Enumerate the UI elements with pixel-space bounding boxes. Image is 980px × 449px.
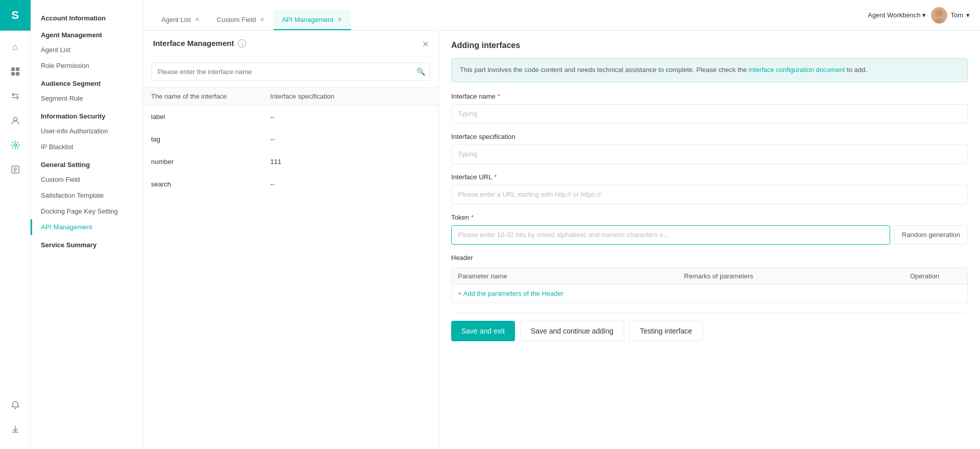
svg-rect-0 (11, 67, 15, 71)
user-info[interactable]: Tom ▾ (931, 7, 970, 23)
tab-custom-field-label: Custom Field (217, 16, 256, 23)
sidebar-item-ip-blacklist[interactable]: IP Blacklist (31, 139, 142, 155)
header-col-remarks: Remarks of parameters (684, 272, 910, 280)
header-table-header: Parameter name Remarks of parameters Ope… (451, 268, 968, 284)
svg-point-7 (934, 18, 944, 23)
tab-agent-list-close[interactable]: ✕ (194, 15, 201, 24)
table-row[interactable]: search -- (143, 173, 438, 196)
table-header: The name of the interface Interface spec… (143, 87, 438, 106)
user-chevron: ▾ (966, 11, 970, 19)
table-row[interactable]: number 111 (143, 151, 438, 173)
content-area: Interface Management i ✕ 🔍 The name of t… (143, 31, 980, 449)
tab-api-management[interactable]: API Management ✕ (274, 10, 351, 30)
book-icon[interactable] (4, 158, 27, 181)
tab-custom-field-close[interactable]: ✕ (259, 15, 265, 24)
info-notice: This part involves the code content and … (451, 58, 968, 82)
app-logo[interactable]: S (0, 0, 31, 31)
tab-api-management-label: API Management (282, 16, 333, 23)
adding-interfaces-panel: Adding interfaces This part involves the… (439, 31, 980, 449)
row-name: search (151, 180, 271, 188)
col-header-name: The name of the interface (151, 92, 271, 100)
interface-spec-label-text: Interface specification (451, 133, 516, 140)
search-input-wrap: 🔍 (151, 62, 430, 81)
info-icon[interactable]: i (238, 39, 246, 48)
search-input[interactable] (151, 62, 430, 81)
interface-name-required: * (498, 92, 500, 100)
row-name: tag (151, 135, 271, 143)
user-icon[interactable] (4, 109, 27, 132)
sidebar-item-user-info-authorization[interactable]: User-info Authorization (31, 123, 142, 139)
sidebar-item-role-permission[interactable]: Role Permission (31, 58, 142, 74)
transfer-icon[interactable] (4, 85, 27, 107)
interface-name-label-text: Interface name (451, 92, 496, 100)
random-generation-button[interactable]: Random generation (894, 225, 968, 245)
panel-title: Interface Management (153, 39, 234, 48)
sidebar-item-docking-page-key-setting[interactable]: Docking Page Key Setting (31, 203, 142, 219)
form-group-interface-spec: Interface specification (451, 133, 968, 164)
interface-url-label-text: Interface URL (451, 173, 492, 181)
token-row: Random generation (451, 225, 968, 245)
svg-point-8 (936, 10, 943, 17)
sidebar-item-custom-field[interactable]: Custom Field (31, 172, 142, 187)
form-label-token: Token * (451, 214, 968, 221)
header-section: Header Parameter name Remarks of paramet… (451, 254, 968, 303)
sidebar-item-satisfaction-template[interactable]: Satisfaction Template (31, 187, 142, 203)
row-name: label (151, 113, 271, 121)
form-group-interface-url: Interface URL * (451, 173, 968, 204)
svg-point-4 (13, 117, 17, 121)
table-row[interactable]: label -- (143, 106, 438, 128)
interface-name-input[interactable] (451, 104, 968, 124)
token-required: * (471, 214, 474, 221)
interface-table: The name of the interface Interface spec… (143, 87, 438, 449)
notice-link[interactable]: interface configuration document (749, 66, 845, 74)
download-icon[interactable] (4, 418, 27, 441)
tab-custom-field[interactable]: Custom Field ✕ (209, 10, 274, 30)
svg-rect-1 (16, 67, 19, 71)
sidebar-section-information-security: Information Security (31, 106, 142, 123)
save-continue-button[interactable]: Save and continue adding (520, 321, 624, 341)
testing-interface-button[interactable]: Testing interface (629, 321, 703, 341)
tab-bar: Agent List ✕ Custom Field ✕ API Manageme… (153, 0, 351, 30)
form-group-interface-name: Interface name * (451, 92, 968, 124)
sidebar-section-service-summary: Service Summary (31, 235, 142, 252)
sidebar-item-agent-list[interactable]: Agent List (31, 42, 142, 58)
interface-panel: Interface Management i ✕ 🔍 The name of t… (143, 31, 439, 449)
svg-rect-2 (11, 72, 15, 76)
agent-workbench-selector[interactable]: Agent Workbench ▾ (868, 11, 926, 19)
add-header-param-button[interactable]: + Add the parameters of the Header (451, 284, 968, 303)
sidebar-section-agent-management: Agent Management (31, 25, 142, 42)
grid-icon[interactable] (4, 60, 27, 83)
table-row[interactable]: tag -- (143, 128, 438, 151)
bell-icon[interactable] (4, 394, 27, 416)
top-bar: Agent List ✕ Custom Field ✕ API Manageme… (143, 0, 980, 31)
sidebar-main-title: Account Information (31, 8, 142, 25)
save-exit-button[interactable]: Save and exit (451, 321, 515, 341)
sidebar-section-audience-segment: Audience Segment (31, 74, 142, 90)
form-label-interface-spec: Interface specification (451, 133, 968, 140)
sidebar-item-api-management[interactable]: API Management (31, 219, 142, 235)
row-spec: -- (271, 180, 390, 188)
interface-url-input[interactable] (451, 185, 968, 204)
search-bar: 🔍 (143, 56, 438, 87)
panel-header: Interface Management i (143, 31, 438, 56)
panel-close-button[interactable]: ✕ (419, 38, 431, 50)
sidebar-item-segment-rule[interactable]: Segment Rule (31, 90, 142, 106)
settings-icon[interactable] (4, 134, 27, 156)
sidebar: Account Information Agent Management Age… (31, 0, 143, 449)
form-label-interface-url: Interface URL * (451, 173, 968, 181)
col-header-spec: Interface specification (271, 92, 390, 100)
agent-workbench-chevron: ▾ (922, 11, 926, 19)
header-col-operation: Operation (910, 272, 961, 280)
notice-text: This part involves the code content and … (460, 66, 747, 74)
header-section-title: Header (451, 254, 968, 262)
token-input[interactable] (451, 225, 890, 245)
home-icon[interactable]: ⌂ (4, 36, 27, 58)
top-bar-right: Agent Workbench ▾ Tom ▾ (868, 7, 970, 23)
interface-spec-input[interactable] (451, 145, 968, 164)
tab-api-management-close[interactable]: ✕ (336, 15, 343, 24)
svg-point-5 (14, 144, 16, 147)
tab-agent-list[interactable]: Agent List ✕ (153, 10, 209, 30)
header-col-param-name: Parameter name (458, 272, 684, 280)
icon-bar-items: ⌂ (4, 31, 27, 394)
col-header-action (389, 92, 430, 100)
